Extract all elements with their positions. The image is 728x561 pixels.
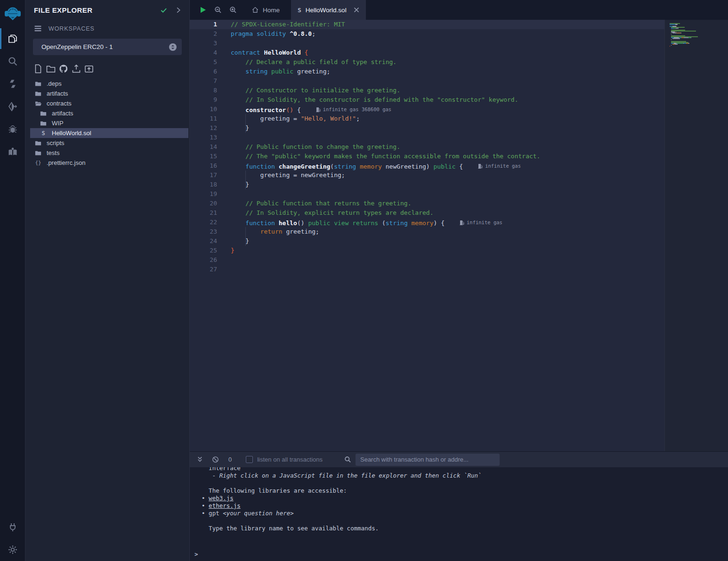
transaction-count: 0 — [228, 456, 232, 463]
terminal-collapse-icon[interactable] — [196, 456, 203, 463]
tree-item--prettierrc-json[interactable]: {}.prettierrc.json — [30, 158, 188, 168]
tab-label: Home — [263, 7, 280, 14]
tree-item-label: HelloWorld.sol — [52, 130, 91, 137]
code-text: // SPDX-License-Identifier: MIT — [231, 20, 664, 29]
code-line: 22 function hello() public view returns … — [190, 218, 664, 227]
line-number: 11 — [190, 114, 231, 123]
run-button[interactable] — [199, 6, 207, 14]
editor-toolbar — [190, 0, 245, 20]
code-text: string public greeting; — [231, 67, 664, 76]
code-text: // Declare a public field of type string… — [231, 57, 664, 67]
fuel-icon — [460, 220, 464, 225]
code-text: pragma solidity ^0.8.0; — [231, 29, 664, 39]
line-number: 19 — [190, 189, 231, 199]
tree-item-contracts[interactable]: contracts — [30, 98, 188, 108]
workspace-select[interactable]: OpenZeppelin ERC20 - 1 — [33, 39, 182, 55]
rail-item-settings[interactable] — [0, 538, 25, 561]
remix-logo-icon — [3, 4, 22, 24]
terminal-search-input[interactable] — [356, 454, 500, 466]
tree-item-label: scripts — [47, 139, 65, 146]
code-text: function changeGreeting(string memory ne… — [231, 161, 664, 171]
new-folder-icon[interactable] — [46, 64, 56, 73]
indent-guide — [245, 227, 246, 236]
rail-item-file-explorer[interactable] — [0, 27, 25, 50]
terminal-clear-icon[interactable] — [212, 456, 219, 463]
new-file-icon[interactable] — [33, 64, 43, 73]
deploy-and-run-icon — [8, 101, 18, 112]
git-clone-icon[interactable] — [59, 64, 68, 73]
rail-item-search[interactable] — [0, 50, 25, 73]
line-number: 10 — [190, 105, 231, 114]
terminal-line: • web3.js — [194, 495, 723, 502]
code-line: 9 // In Solidity, the constructor is def… — [190, 95, 664, 105]
rail-item-deploy-and-run[interactable] — [0, 95, 25, 118]
tree-item-wip[interactable]: WIP — [30, 118, 188, 128]
folder-icon — [40, 120, 47, 127]
rail-item-solidity-compiler[interactable] — [0, 73, 25, 95]
workspaces-label: WORKSPACES — [49, 25, 95, 32]
code-text: constructor() {infinite gas 368600 gas — [231, 105, 664, 114]
line-number: 22 — [190, 218, 231, 227]
code-text: } — [231, 180, 664, 189]
listen-checkbox[interactable] — [246, 456, 253, 463]
terminal-link[interactable]: web3.js — [209, 495, 234, 502]
file-explorer-panel: FILE EXPLORER WORKSPACES OpenZeppelin ER… — [25, 0, 190, 561]
zoom-in-icon[interactable] — [229, 6, 237, 14]
code-text — [231, 255, 664, 265]
code-line: 25} — [190, 246, 664, 255]
remix-logo[interactable] — [0, 0, 25, 27]
json-file-icon: {} — [34, 160, 42, 166]
code-text: // The "public" keyword makes the functi… — [231, 152, 664, 161]
tab-home[interactable]: Home — [245, 0, 286, 20]
code-text — [231, 265, 664, 274]
tree-item--deps[interactable]: .deps — [30, 79, 188, 89]
publish-to-gist-icon[interactable] — [72, 64, 81, 73]
terminal-output[interactable]: interface - Right click on a JavaScript … — [190, 467, 728, 561]
code-text: // Public function that returns the gree… — [231, 199, 664, 208]
tree-item-helloworld-sol[interactable]: SHelloWorld.sol — [30, 128, 188, 138]
line-number: 7 — [190, 76, 231, 86]
line-number: 9 — [190, 95, 231, 105]
upload-folder-icon[interactable] — [84, 64, 94, 73]
minimap[interactable] — [664, 20, 728, 451]
tree-item-tests[interactable]: tests — [30, 148, 188, 158]
line-number: 27 — [190, 265, 231, 274]
code-line: 21 // In Solidity, explicit return types… — [190, 208, 664, 218]
line-number: 3 — [190, 39, 231, 48]
line-number: 18 — [190, 180, 231, 189]
tab-helloworld-sol[interactable]: SHelloWorld.sol — [291, 0, 366, 20]
listen-label: listen on all transactions — [257, 456, 323, 463]
workspace-select-arrows-icon — [169, 43, 177, 51]
tree-item-scripts[interactable]: scripts — [30, 138, 188, 148]
code-text: // Public function to change the greetin… — [231, 142, 664, 152]
tree-item-artifacts[interactable]: artifacts — [30, 89, 188, 98]
rail-item-learneth[interactable] — [0, 140, 25, 163]
minimap-line — [670, 48, 724, 49]
code-text: } — [231, 246, 664, 255]
rail-item-plugin-manager[interactable] — [0, 516, 25, 538]
gas-estimate-badge: infinite gas — [478, 161, 521, 171]
code-text: } — [231, 236, 664, 246]
close-tab-icon[interactable] — [354, 7, 359, 13]
code-line: 26 — [190, 255, 664, 265]
terminal-line: • ethers.js — [194, 502, 723, 510]
workspace-ok-icon[interactable] — [160, 7, 167, 14]
code-line: 14 // Public function to change the gree… — [190, 142, 664, 152]
tree-item-artifacts[interactable]: artifacts — [30, 108, 188, 118]
terminal-search-icon — [344, 456, 351, 463]
zoom-out-icon[interactable] — [214, 6, 222, 14]
workspaces-menu-icon[interactable] — [34, 24, 42, 33]
terminal-link[interactable]: ethers.js — [209, 502, 241, 509]
rail-item-debugger[interactable] — [0, 118, 25, 140]
code-editor[interactable]: 1// SPDX-License-Identifier: MIT2pragma … — [190, 20, 664, 451]
code-line: 24 } — [190, 236, 664, 246]
fuel-icon — [478, 163, 483, 169]
tree-item-label: WIP — [52, 120, 64, 127]
terminal-prompt[interactable]: > — [194, 551, 723, 558]
code-text: // In Solidity, explicit return types ar… — [231, 208, 664, 218]
code-text — [231, 189, 664, 199]
panel-expand-icon[interactable] — [175, 7, 182, 14]
terminal-line — [194, 532, 723, 540]
code-line: 11 greeting = "Hello, World!"; — [190, 114, 664, 123]
code-text: contract HelloWorld { — [231, 48, 664, 57]
